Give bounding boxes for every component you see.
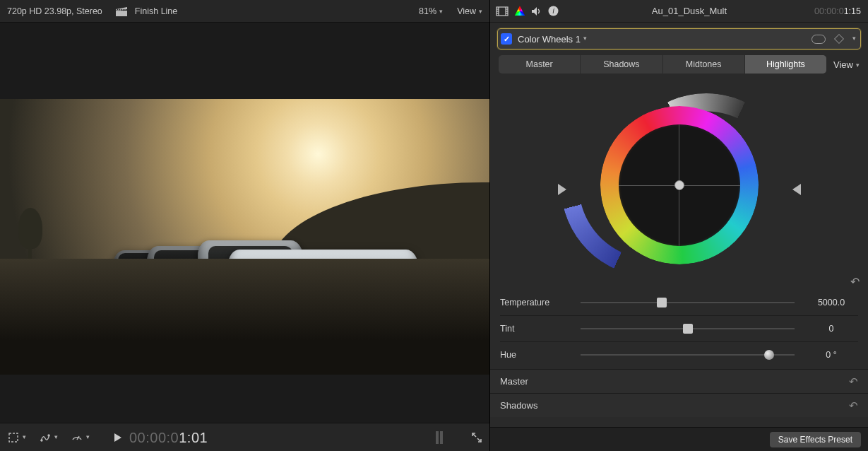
temperature-row: Temperature xyxy=(500,293,858,312)
group-master[interactable]: Master ↶ xyxy=(490,369,868,393)
color-inspector-icon[interactable] xyxy=(514,6,525,17)
chevron-down-icon: ▾ xyxy=(583,35,587,42)
audio-inspector-icon[interactable] xyxy=(531,6,542,16)
correction-selector[interactable]: ✓ Color Wheels 1 ▾ ▾ xyxy=(497,28,861,49)
inspector-header: i Au_01_Dusk_Mult 00:00:01:15 xyxy=(490,0,868,23)
inspector-view-menu[interactable]: View▾ xyxy=(833,59,860,70)
tone-range-tabs: Master Shadows Midtones Highlights xyxy=(499,55,826,74)
mask-icon[interactable] xyxy=(811,35,826,44)
chevron-down-icon: ▾ xyxy=(439,8,443,15)
speed-tool-icon[interactable]: ▾ xyxy=(71,431,90,444)
hue-label: Hue xyxy=(500,350,578,360)
viewer-panel: 720p HD 23.98p, Stereo Finish Line 81%▾ … xyxy=(0,0,490,451)
color-wheel-area: ↶ xyxy=(490,79,868,291)
view-menu[interactable]: View▾ xyxy=(457,6,482,16)
color-wheel[interactable] xyxy=(588,93,771,277)
tab-midtones[interactable]: Midtones xyxy=(663,55,745,74)
temperature-slider[interactable] xyxy=(581,302,795,303)
zoom-menu[interactable]: 81%▾ xyxy=(419,6,443,16)
chevron-down-icon: ▾ xyxy=(479,8,482,15)
reset-icon[interactable]: ↶ xyxy=(849,375,858,388)
info-inspector-icon[interactable]: i xyxy=(548,6,559,16)
format-label: 720p HD 23.98p, Stereo xyxy=(7,6,102,16)
clip-name: Au_01_Dusk_Mult xyxy=(564,6,814,16)
slider-thumb[interactable] xyxy=(657,298,667,308)
hue-value[interactable] xyxy=(804,350,858,360)
color-puck[interactable] xyxy=(674,180,684,190)
global-sliders: Temperature Tint Hue xyxy=(490,291,868,369)
tint-label: Tint xyxy=(500,324,578,334)
play-button[interactable] xyxy=(114,433,122,443)
clapperboard-icon xyxy=(115,6,128,16)
correction-name: Color Wheels 1 xyxy=(518,34,581,45)
chevron-down-icon: ▾ xyxy=(23,433,26,440)
hue-slider[interactable] xyxy=(581,354,795,356)
svg-rect-0 xyxy=(116,11,127,16)
hue-row: Hue xyxy=(500,345,858,365)
reset-wheel-icon[interactable]: ↶ xyxy=(850,275,860,288)
viewer-footer: ▾ ▾ ▾ 00:00:01:01 xyxy=(0,423,489,451)
temperature-label: Temperature xyxy=(500,298,578,308)
reset-icon[interactable]: ↶ xyxy=(849,399,858,412)
retime-tool-icon[interactable]: ▾ xyxy=(39,431,58,444)
group-shadows[interactable]: Shadows ↶ xyxy=(490,393,868,417)
group-shadows-label: Shadows xyxy=(500,400,537,411)
keyframe-icon[interactable] xyxy=(834,34,844,44)
enabled-checkbox[interactable]: ✓ xyxy=(501,33,512,45)
viewer-canvas[interactable] xyxy=(0,23,489,423)
tab-highlights[interactable]: Highlights xyxy=(745,55,826,74)
save-effects-preset-button[interactable]: Save Effects Preset xyxy=(770,432,861,447)
chevron-down-icon[interactable]: ▾ xyxy=(852,35,856,42)
tab-master[interactable]: Master xyxy=(499,55,581,74)
inspector-panel: i Au_01_Dusk_Mult 00:00:01:15 ✓ Color Wh… xyxy=(490,0,868,451)
tint-value[interactable] xyxy=(804,324,858,334)
viewer-header: 720p HD 23.98p, Stereo Finish Line 81%▾ … xyxy=(0,0,489,23)
temperature-value[interactable] xyxy=(804,298,858,308)
viewer-timecode[interactable]: 00:00:01:01 xyxy=(129,429,208,446)
zoom-value: 81% xyxy=(419,6,436,16)
chevron-down-icon: ▾ xyxy=(86,433,90,440)
tab-shadows[interactable]: Shadows xyxy=(581,55,662,74)
crop-tool-icon[interactable]: ▾ xyxy=(7,431,26,444)
svg-point-3 xyxy=(48,435,49,436)
video-inspector-icon[interactable] xyxy=(496,6,509,16)
slider-thumb[interactable] xyxy=(764,350,774,360)
saturation-handle-icon[interactable] xyxy=(558,184,566,195)
clip-timecode: 00:00:01:15 xyxy=(814,6,861,16)
project-title: Finish Line xyxy=(135,6,419,16)
brightness-handle-icon[interactable] xyxy=(792,184,801,195)
view-menu-label: View xyxy=(457,6,476,16)
audio-meter-icon xyxy=(436,431,451,444)
inspector-view-label: View xyxy=(833,59,853,70)
inspector-footer: Save Effects Preset xyxy=(490,427,868,451)
tint-row: Tint xyxy=(500,319,858,339)
chevron-down-icon: ▾ xyxy=(856,62,860,69)
chevron-down-icon: ▾ xyxy=(54,433,58,440)
svg-point-2 xyxy=(41,440,42,441)
fullscreen-icon[interactable] xyxy=(471,432,482,443)
preview-frame xyxy=(0,99,489,375)
group-master-label: Master xyxy=(500,376,528,387)
svg-rect-1 xyxy=(9,433,18,442)
tint-slider[interactable] xyxy=(581,328,795,329)
slider-thumb[interactable] xyxy=(683,324,693,334)
